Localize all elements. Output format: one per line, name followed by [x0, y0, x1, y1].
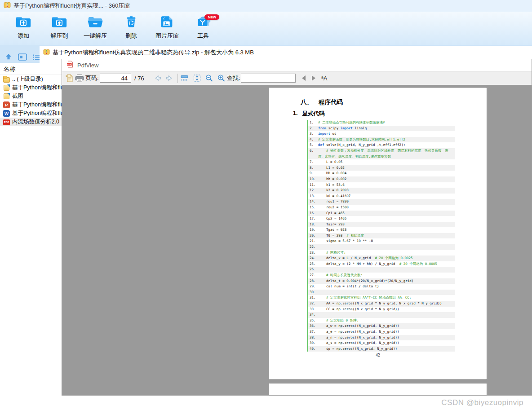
add-folder-icon: [15, 15, 32, 31]
file-name: 基于Python编程和flue: [12, 110, 62, 117]
print-icon[interactable]: [75, 71, 84, 85]
find-previous-icon[interactable]: [302, 71, 306, 85]
code-line: 2.from scipy import linalg: [308, 126, 455, 132]
next-page-icon[interactable]: [165, 71, 174, 85]
page-number-label: 页码:: [85, 71, 99, 85]
code-line: 32. AA = np.zeros((N_x_grid * N_y_grid, …: [308, 301, 455, 307]
file-name: 基于Python编程和flue: [12, 101, 62, 109]
tools-label: 工具: [197, 32, 209, 40]
code-line: 27. # 时间步长及迭代次数:: [308, 273, 455, 278]
pdf-icon: PDF: [3, 119, 10, 125]
code-line: 39. a_s = np.zeros((N_x_grid, N_y_grid)): [308, 340, 455, 346]
preview-pane-icon[interactable]: [18, 53, 27, 62]
code-line: 20. T0 = 293 # 初始温度: [308, 233, 455, 239]
code-line: 38. a_n = np.zeros((N_x_grid, N_y_grid)): [308, 335, 455, 341]
image-compress-button[interactable]: 图片压缩: [151, 12, 183, 45]
fit-page-icon[interactable]: [192, 71, 202, 85]
code-line: 10. hh = 0.002: [308, 176, 455, 182]
folder-icon: [3, 76, 10, 83]
code-line: 1.# 二维非稳态导热问题的有限体积数值解法#: [308, 120, 455, 126]
app-titlebar: 基于Python编程和fluent仿真实现... - 360压缩: [0, 0, 532, 12]
zoom-out-icon[interactable]: [204, 71, 214, 85]
code-line: 25. delta_y = (2 * HH + hh) / N_y_grid #…: [308, 261, 455, 267]
pdf-viewport[interactable]: 八、 程序代码 1. 显式代码 1.# 二维非稳态导热问题的有限体积数值解法#2…: [62, 86, 532, 395]
code-line: 14. rou1 = 7830: [308, 199, 455, 205]
open-document-icon[interactable]: [65, 71, 74, 85]
list-item[interactable]: 基于Python编程和flue: [0, 84, 62, 92]
code-line: 15. rou2 = 1500: [308, 205, 455, 211]
match-case-icon[interactable]: ªA: [321, 71, 327, 85]
add-button[interactable]: 添加: [7, 12, 40, 45]
file-name: .. (上级目录): [12, 75, 43, 83]
code-line: 17. Cp2 = 1465: [308, 216, 455, 222]
zoom-in-icon[interactable]: [217, 71, 226, 85]
code-line: 36. a_w = np.zeros((N_x_grid, N_y_grid)): [308, 323, 455, 329]
find-next-icon[interactable]: [312, 71, 315, 85]
file-name: 基于Python编程和flue: [12, 84, 62, 92]
code-line: 3.import os: [308, 131, 455, 137]
code-line: 40. sp = np.zeros((N_x_grid, N_y_grid)): [308, 346, 455, 352]
code-line: 21. sigma = 5.67 * 10 ** -8: [308, 238, 455, 244]
folder-link-icon: [3, 84, 10, 91]
find-input[interactable]: [241, 74, 296, 83]
section-heading-text: 程序代码: [319, 98, 343, 106]
code-line: 6. # 物性参数：发动机长度、高温辐射区域长度、两层材料的宽度、热传导系数、密…: [308, 148, 455, 159]
pdfview-toolbar: 页码: / 76 查找: ªA: [62, 71, 532, 85]
list-item[interactable]: PDF内流场数值分析2.0（附: [0, 118, 62, 126]
delete-label: 删除: [125, 32, 137, 40]
up-level-icon[interactable]: [4, 53, 13, 62]
code-line: 29. cal_num = int(t / delta_t): [308, 284, 455, 290]
trash-icon: [123, 15, 140, 31]
svg-text:PDF: PDF: [67, 63, 71, 66]
code-line: 26.: [308, 267, 455, 273]
folder-link-icon: [3, 93, 10, 100]
page-number-input[interactable]: [100, 74, 131, 83]
file-name: 内流场数值分析2.0（附: [12, 118, 62, 126]
pdf-page-number: 42: [269, 353, 487, 357]
subsection-text: 显式代码: [302, 110, 324, 118]
new-badge: New: [204, 14, 219, 20]
toolbar-separator: [177, 74, 178, 83]
code-block: 1.# 二维非稳态导热问题的有限体积数值解法#2.from scipy impo…: [307, 120, 455, 352]
file-list-body: .. (上级目录)基于Python编程和flue截图P基于Python编程和fl…: [0, 75, 62, 126]
code-line: 33. CC = np.zeros((N_x_grid * N_y_grid)): [308, 307, 455, 313]
image-compress-label: 图片压缩: [155, 32, 179, 40]
subsection-number: 1.: [293, 110, 297, 118]
add-label: 添加: [18, 32, 29, 40]
pdfview-titlebar[interactable]: PDF PdfView: [62, 59, 532, 71]
archive-path-text: 基于Python编程和fluent仿真实现的二维非稳态热传导.zip - 解包大…: [53, 48, 254, 57]
delete-button[interactable]: 删除: [115, 12, 147, 45]
code-line: 30.: [308, 290, 455, 295]
extract-to-button[interactable]: 解压到: [43, 12, 75, 45]
code-line: 13. k0 = 0.41697: [308, 194, 455, 199]
code-line: 34.: [308, 312, 455, 318]
code-line: 28. delta_t = 0.004*(20/N_x_grid)*(20/N_…: [308, 278, 455, 284]
pdf-app-icon: PDF: [66, 61, 74, 70]
tools-button[interactable]: 工具 New: [187, 12, 219, 45]
pdfview-window: PDF PdfView 页码: / 76 查找:: [62, 59, 532, 396]
extract-folder-icon: [51, 15, 68, 31]
extract-to-label: 解压到: [51, 32, 68, 40]
one-key-extract-button[interactable]: 一键解压: [79, 12, 111, 45]
code-line: 5.def solve(N_x_grid, N_y_grid ,t,eff1,e…: [308, 142, 455, 148]
list-item[interactable]: 截图: [0, 92, 62, 101]
code-line: 16. Cp1 = 465: [308, 211, 455, 216]
code-line: 18. Tair= 293: [308, 222, 455, 228]
previous-page-icon[interactable]: [153, 71, 162, 85]
pdfview-title: PdfView: [77, 62, 98, 69]
list-item[interactable]: P基于Python编程和flue: [0, 101, 62, 109]
find-label: 查找:: [227, 71, 240, 85]
list-item[interactable]: .. (上级目录): [0, 75, 62, 84]
subsection-heading: 1. 显式代码: [293, 110, 324, 118]
code-line: 22.: [308, 244, 455, 250]
window-title: 基于Python编程和fluent仿真实现... - 360压缩: [13, 2, 130, 10]
code-line: 23. # 网格尺寸:: [308, 250, 455, 256]
list-item[interactable]: W基于Python编程和flue: [0, 109, 62, 118]
code-line: 24. delta_x = L / N_x_grid # 20 个网格为 0.0…: [308, 255, 455, 261]
code-line: 8. L1 = 0.02: [308, 165, 455, 171]
code-line: 11. k1 = 53.6: [308, 182, 455, 188]
file-list: 名称 .. (上级目录)基于Python编程和flue截图P基于Python编程…: [0, 63, 62, 414]
fit-width-icon[interactable]: [180, 71, 189, 85]
code-line: 12. k2 = 0.2093: [308, 188, 455, 194]
column-header-name[interactable]: 名称: [0, 63, 62, 75]
